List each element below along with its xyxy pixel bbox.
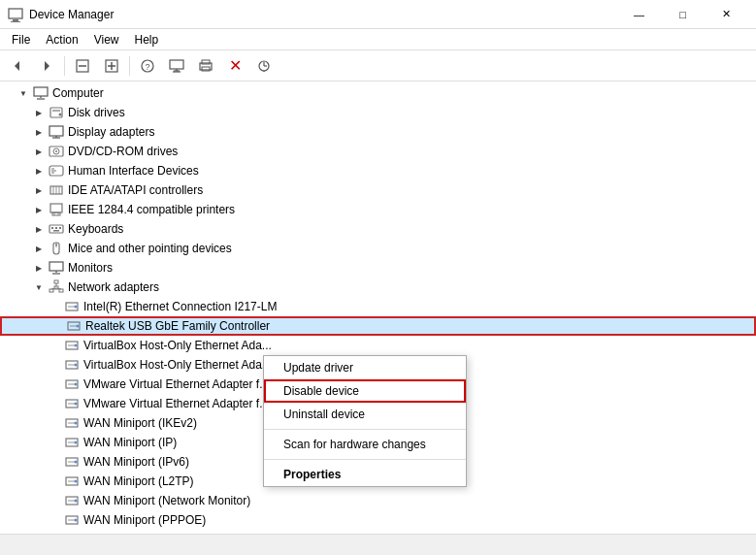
keyboard-icon	[49, 221, 64, 237]
tree-label-vbox1: VirtualBox Host-Only Ethernet Ada...	[83, 339, 272, 352]
svg-rect-0	[9, 9, 22, 18]
adapter-icon-vmware2	[64, 396, 80, 411]
menu-action[interactable]: Action	[38, 29, 85, 49]
adapter-icon-wan-ikev2	[64, 415, 80, 431]
tree-label-display: Display adapters	[68, 125, 154, 139]
tree-item-realtek[interactable]: Realtek USB GbE Family Controller	[0, 316, 756, 336]
expand-icon-display	[31, 124, 47, 140]
context-menu-update-driver[interactable]: Update driver	[264, 356, 466, 379]
tree-label-mice: Mice and other pointing devices	[68, 242, 232, 255]
toolbar-remove[interactable]: ✕	[221, 53, 248, 79]
toolbar-sep-2	[129, 56, 130, 76]
tree-item-ide[interactable]: IDE ATA/ATAPI controllers	[0, 180, 756, 200]
svg-rect-26	[50, 108, 62, 117]
context-menu-sep-1	[264, 429, 466, 430]
tree-item-ieee[interactable]: IEEE 1284.4 compatible printers	[0, 200, 756, 219]
svg-rect-54	[49, 262, 63, 271]
tree-label-wan-ikev2: WAN Miniport (IKEv2)	[83, 416, 197, 430]
svg-rect-2	[11, 21, 20, 22]
menu-view[interactable]: View	[86, 29, 127, 49]
tree-label-vbox2: VirtualBox Host-Only Ethernet Ada...	[83, 358, 272, 372]
svg-rect-50	[59, 227, 61, 229]
expand-icon-hid	[31, 163, 47, 179]
title-bar: Device Manager — □ ✕	[0, 0, 756, 29]
tree-label-vmware1: VMware Virtual Ethernet Adapter f...	[83, 377, 269, 391]
svg-rect-1	[13, 19, 18, 21]
svg-point-81	[75, 403, 78, 406]
context-menu-disable-device[interactable]: Disable device	[264, 379, 466, 403]
window-title: Device Manager	[29, 8, 617, 21]
adapter-icon-vmware1	[64, 376, 80, 392]
close-button[interactable]: ✕	[705, 0, 748, 29]
svg-point-69	[77, 325, 80, 328]
tree-label-keyboards: Keyboards	[68, 222, 123, 236]
adapter-icon-vbox1	[64, 338, 80, 353]
tree-label-ide: IDE ATA/ATAPI controllers	[68, 183, 203, 197]
context-menu-uninstall-device[interactable]: Uninstall device	[264, 403, 466, 426]
expand-icon-mice	[31, 241, 47, 256]
tree-item-wan-nm[interactable]: WAN Miniport (Network Monitor)	[0, 491, 756, 510]
tree-label-computer: Computer	[52, 86, 104, 100]
tree-label-wan-ip: WAN Miniport (IP)	[83, 436, 177, 449]
menu-file[interactable]: File	[4, 29, 38, 49]
svg-point-28	[59, 114, 62, 116]
tree-item-keyboards[interactable]: Keyboards	[0, 219, 756, 239]
menu-help[interactable]: Help	[127, 29, 167, 49]
tree-label-intel: Intel(R) Ethernet Connection I217-LM	[83, 300, 277, 313]
context-menu-properties[interactable]: Properties	[264, 463, 466, 486]
expand-icon-ide	[31, 182, 47, 198]
expand-icon-ieee	[31, 202, 47, 217]
tree-item-display[interactable]: Display adapters	[0, 122, 756, 142]
adapter-icon-vbox2	[64, 357, 80, 373]
toolbar-scan[interactable]	[250, 53, 278, 79]
tree-item-dvd[interactable]: DVD/CD-ROM drives	[0, 142, 756, 161]
svg-point-75	[75, 364, 78, 367]
tree-item-computer[interactable]: Computer	[0, 83, 756, 103]
expand-icon-network	[31, 279, 47, 295]
svg-rect-49	[55, 227, 57, 229]
tree-item-monitors[interactable]: Monitors	[0, 258, 756, 278]
svg-rect-57	[54, 280, 58, 283]
svg-rect-43	[50, 204, 62, 212]
expand-icon-computer	[16, 85, 31, 101]
tree-item-wan-pptp[interactable]: WAN Miniport (PPTP)	[0, 530, 756, 534]
toolbar-collapse[interactable]	[69, 53, 96, 79]
tree-item-network[interactable]: Network adapters	[0, 278, 756, 297]
menu-bar: File Action View Help	[0, 29, 756, 50]
toolbar-back[interactable]	[4, 53, 31, 79]
tree-item-disk-drives[interactable]: Disk drives	[0, 103, 756, 122]
svg-point-72	[75, 344, 78, 347]
display-icon	[49, 124, 64, 140]
svg-marker-3	[15, 61, 19, 71]
svg-marker-4	[45, 61, 49, 71]
svg-rect-29	[49, 126, 63, 136]
main-area: Computer Disk drives	[0, 82, 756, 534]
adapter-icon-wan-l2tp	[64, 473, 80, 489]
adapter-icon-wan-nm	[64, 493, 80, 508]
svg-point-87	[75, 441, 78, 444]
toolbar-computer[interactable]	[163, 53, 190, 79]
toolbar-expand[interactable]	[98, 53, 125, 79]
toolbar-forward[interactable]	[33, 53, 60, 79]
expand-icon-dvd	[31, 144, 47, 159]
expand-icon-monitors	[31, 260, 47, 276]
context-menu-scan[interactable]: Scan for hardware changes	[264, 433, 466, 456]
maximize-button[interactable]: □	[661, 0, 705, 29]
ide-icon	[49, 182, 64, 198]
tree-label-network: Network adapters	[68, 280, 159, 294]
tree-item-wan-pppoe[interactable]: WAN Miniport (PPPOE)	[0, 510, 756, 530]
tree-item-hid[interactable]: Human Interface Devices	[0, 161, 756, 180]
svg-point-66	[75, 306, 78, 309]
adapter-icon-realtek	[66, 318, 82, 334]
tree-item-mice[interactable]: Mice and other pointing devices	[0, 239, 756, 258]
adapter-icon-wan-ipv6	[64, 454, 80, 470]
tree-label-realtek: Realtek USB GbE Family Controller	[85, 319, 270, 333]
tree-item-vbox1[interactable]: VirtualBox Host-Only Ethernet Ada...	[0, 336, 756, 355]
toolbar-help[interactable]: ?	[134, 53, 161, 79]
tree-label-wan-ipv6: WAN Miniport (IPv6)	[83, 455, 189, 469]
toolbar-printer[interactable]	[192, 53, 219, 79]
svg-text:?: ?	[145, 62, 149, 72]
tree-item-intel-eth[interactable]: Intel(R) Ethernet Connection I217-LM	[0, 297, 756, 316]
minimize-button[interactable]: —	[617, 0, 661, 29]
monitor-icon	[49, 260, 64, 276]
